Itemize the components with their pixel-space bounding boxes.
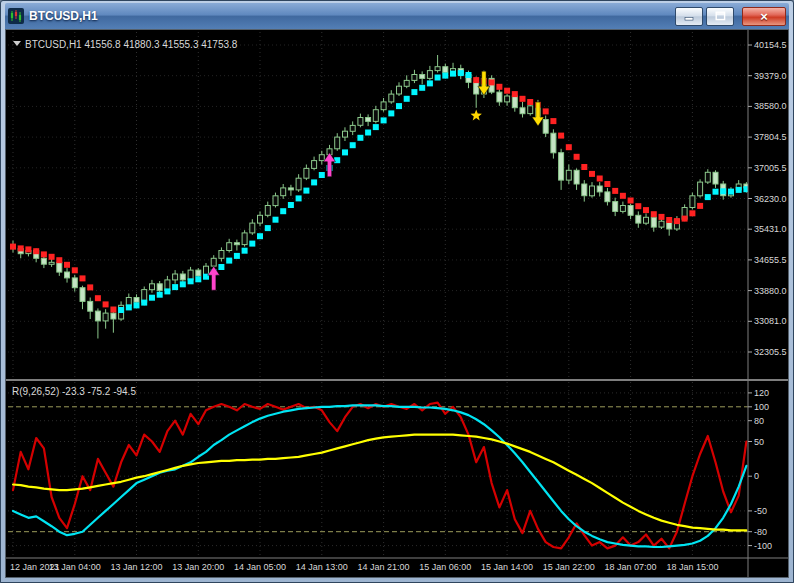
window-title: BTCUSD,H1	[29, 9, 670, 23]
indicator-level-label: -100	[754, 541, 772, 551]
time-label: 14 Jan 05:00	[234, 562, 286, 572]
time-label: 15 Jan 14:00	[481, 562, 533, 572]
close-button[interactable]: ×	[742, 7, 786, 26]
indicator-level-label: 80	[754, 416, 764, 426]
minimize-button[interactable]	[675, 7, 703, 26]
window-chart-icon	[8, 8, 24, 24]
time-label: 18 Jan 07:00	[605, 562, 657, 572]
time-label: 13 Jan 04:00	[49, 562, 101, 572]
price-label: 40154.5	[754, 40, 787, 50]
time-label: 15 Jan 06:00	[419, 562, 471, 572]
price-label: 37005.5	[754, 163, 787, 173]
indicator-level-label: -80	[754, 527, 767, 537]
indicator-level-label: 0	[754, 471, 759, 481]
restore-button[interactable]	[706, 7, 734, 26]
price-label: 39379.0	[754, 71, 787, 81]
time-label: 14 Jan 13:00	[296, 562, 348, 572]
time-axis[interactable]: 12 Jan 202113 Jan 04:0013 Jan 12:0013 Ja…	[10, 562, 718, 572]
chart-window: BTCUSD,H1 ×	[0, 0, 794, 583]
indicator-level-label: 100	[754, 402, 769, 412]
price-label: 36230.0	[754, 194, 787, 204]
time-label: 14 Jan 21:00	[358, 562, 410, 572]
restore-icon	[715, 11, 726, 21]
time-label: 13 Jan 12:00	[110, 562, 162, 572]
price-label: 35431.0	[754, 224, 787, 234]
time-label: 15 Jan 22:00	[543, 562, 595, 572]
time-label: 13 Jan 20:00	[172, 562, 224, 572]
price-label: 32305.5	[754, 347, 787, 357]
minimize-icon	[684, 12, 694, 21]
window-controls: ×	[675, 7, 786, 26]
indicator-level-label: 50	[754, 437, 764, 447]
main-chart-area[interactable]	[7, 31, 748, 379]
time-label: 18 Jan 15:00	[666, 562, 718, 572]
price-label: 37804.5	[754, 132, 787, 142]
title-bar[interactable]: BTCUSD,H1 ×	[5, 3, 789, 29]
price-label: 38580.0	[754, 101, 787, 111]
price-label: 33880.0	[754, 286, 787, 296]
chart-client-area: 40154.539379.038580.037804.537005.536230…	[5, 29, 789, 578]
indicator-level-label: 120	[754, 388, 769, 398]
close-icon: ×	[760, 10, 768, 23]
indicator-pane-area[interactable]	[7, 382, 748, 557]
price-label: 33081.0	[754, 316, 787, 326]
price-label: 34655.5	[754, 255, 787, 265]
indicator-level-label: -50	[754, 506, 767, 516]
